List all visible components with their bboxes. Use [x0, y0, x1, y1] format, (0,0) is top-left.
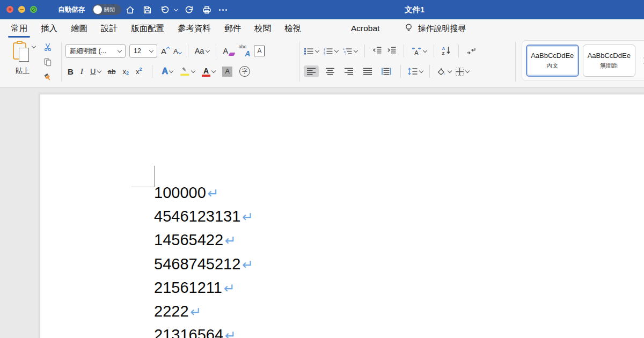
tab-view[interactable]: 檢視 [283, 19, 302, 38]
chevron-down-icon [334, 48, 339, 52]
grow-font-button[interactable]: A [161, 47, 170, 56]
italic-button[interactable]: I [80, 67, 83, 76]
align-right-button[interactable] [341, 65, 356, 77]
bold-button[interactable]: B [68, 67, 74, 76]
multilevel-list-button[interactable]: 1ai [342, 47, 357, 55]
chevron-down-icon [423, 48, 427, 52]
strikethrough-button[interactable]: ab [108, 68, 116, 76]
undo-icon[interactable] [159, 5, 170, 15]
paste-chevron-icon[interactable] [32, 44, 36, 48]
bullets-button[interactable] [304, 47, 319, 55]
chevron-down-icon [419, 68, 423, 72]
save-icon[interactable] [142, 5, 152, 15]
line-spacing-icon [407, 67, 418, 76]
tab-insert[interactable]: 插入 [40, 19, 58, 38]
style-sample: AaBbCcDdEe [531, 52, 574, 60]
distribute-icon [382, 68, 391, 75]
style-card-no-spacing[interactable]: AaBbCcDdEe 無間距 [583, 45, 636, 77]
character-shading-button[interactable]: A [222, 67, 232, 77]
distribute-button[interactable] [379, 65, 394, 77]
lightbulb-icon [404, 23, 414, 34]
autosave-label: 自動儲存 [58, 5, 85, 14]
shading-button[interactable] [436, 67, 451, 76]
document-line[interactable]: 21316564↵ [154, 324, 253, 338]
ribbon: 貼上 [0, 38, 644, 87]
fullscreen-button[interactable] [30, 6, 37, 13]
style-name: 無間距 [600, 62, 618, 70]
document-page[interactable]: 100000↵ 4546123131↵ 14565422↵ 5468745212… [40, 94, 644, 338]
phonetic-guide-button[interactable]: abc A [238, 45, 250, 57]
subscript-button[interactable]: x2 [123, 68, 129, 76]
font-color-button[interactable]: A [202, 67, 215, 77]
tellme-search[interactable]: 操作說明搜尋 [404, 23, 466, 34]
style-name: 內文 [546, 62, 558, 70]
tab-review[interactable]: 校閱 [253, 19, 272, 38]
styles-gallery: AaBbCcDdEe 內文 AaBbCcDdEe 無間距 [522, 40, 644, 81]
autosave-toggle[interactable]: 關閉 [92, 4, 121, 15]
borders-button[interactable] [455, 67, 469, 76]
decrease-indent-button[interactable] [372, 46, 382, 56]
font-name-select[interactable]: 新細明體 (... [65, 44, 126, 58]
copy-icon[interactable] [43, 57, 53, 69]
text-effects-button[interactable]: A [162, 67, 173, 76]
sort-icon: A Z [441, 46, 451, 55]
document-area: 100000↵ 4546123131↵ 14565422↵ 5468745212… [0, 87, 644, 338]
increase-indent-button[interactable] [386, 46, 397, 56]
home-icon[interactable] [125, 5, 135, 15]
tab-draw[interactable]: 繪圖 [70, 19, 89, 38]
shrink-font-button[interactable]: A [173, 47, 181, 55]
paragraph-return-mark: ↵ [242, 257, 253, 272]
svg-text:Z: Z [442, 50, 445, 55]
minimize-button[interactable] [18, 6, 25, 13]
clear-formatting-button[interactable]: A [223, 47, 235, 55]
highlight-button[interactable] [180, 67, 195, 77]
line-spacing-button[interactable] [407, 67, 423, 76]
redo-icon[interactable] [185, 5, 195, 15]
svg-text:3: 3 [324, 53, 325, 55]
document-line[interactable]: 4546123131↵ [154, 205, 253, 229]
numbering-button[interactable]: 123 [323, 47, 338, 55]
close-button[interactable] [6, 6, 13, 13]
tab-references[interactable]: 參考資料 [177, 19, 212, 38]
tab-acrobat[interactable]: Acrobat [350, 20, 380, 37]
enclose-characters-button[interactable]: 字 [239, 66, 250, 77]
document-line[interactable]: 14565422↵ [154, 229, 253, 252]
superscript-button[interactable]: x2 [136, 68, 142, 76]
print-icon[interactable] [202, 5, 212, 15]
chevron-down-icon [465, 68, 470, 72]
paragraph-return-mark: ↵ [191, 304, 202, 319]
cut-icon[interactable] [43, 42, 53, 54]
justify-button[interactable] [360, 65, 375, 77]
align-center-button[interactable] [323, 65, 338, 77]
document-line[interactable]: 5468745212↵ [154, 253, 253, 276]
tab-mailings[interactable]: 郵件 [223, 19, 242, 38]
paste-label: 貼上 [6, 66, 39, 76]
align-left-button[interactable] [304, 65, 319, 77]
document-line[interactable]: 2222↵ [154, 300, 253, 324]
underline-button[interactable]: U [90, 67, 100, 76]
document-line[interactable]: 21561211↵ [154, 276, 253, 300]
format-painter-icon[interactable] [43, 72, 53, 84]
paint-bucket-icon [436, 67, 447, 76]
character-border-button[interactable]: A [254, 46, 265, 56]
sort-button[interactable]: A Z [441, 46, 451, 57]
more-icon[interactable] [219, 9, 227, 11]
show-marks-button[interactable] [466, 46, 477, 56]
tab-home[interactable]: 常用 [10, 19, 28, 38]
multilevel-list-icon: 1ai [342, 47, 353, 55]
undo-chevron-icon[interactable] [174, 6, 178, 11]
tab-design[interactable]: 設計 [100, 19, 119, 38]
chevron-down-icon [354, 48, 358, 52]
tab-layout[interactable]: 版面配置 [130, 19, 165, 38]
paste-button[interactable]: 貼上 [6, 41, 39, 76]
font-name-value: 新細明體 (... [70, 47, 106, 56]
font-size-select[interactable]: 12 [129, 44, 157, 58]
style-card-normal[interactable]: AaBbCcDdEe 內文 [526, 45, 579, 77]
paragraph-return-mark: ↵ [208, 186, 219, 201]
styles-more-chevron-icon[interactable] [641, 57, 644, 63]
chevron-down-icon [191, 68, 195, 72]
change-case-button[interactable]: Aa [195, 47, 210, 55]
chevron-down-icon [211, 68, 216, 72]
document-line[interactable]: 100000↵ [154, 181, 253, 205]
asian-layout-button[interactable]: A [411, 47, 427, 56]
